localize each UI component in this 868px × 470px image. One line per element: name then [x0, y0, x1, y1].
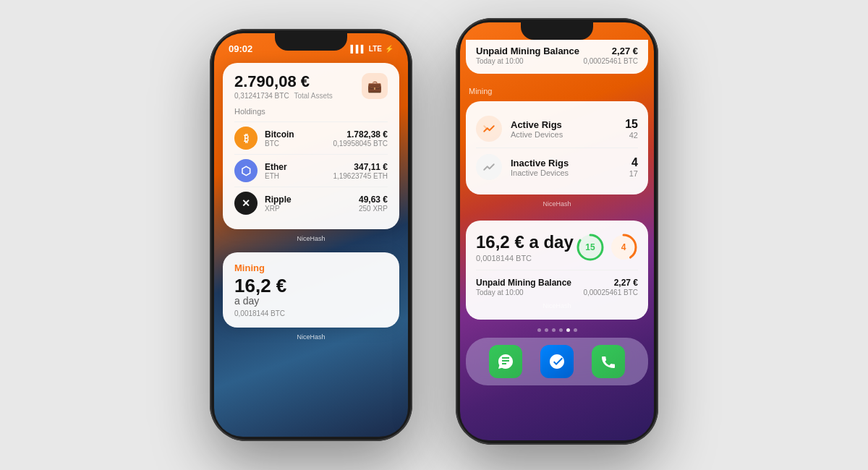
eth-eur: 347,11 €	[333, 162, 388, 172]
coin-row-xrp: ✕ Ripple XRP 49,63 € 250 XRP	[234, 187, 388, 219]
inactive-rigs-info: Inactive Rigs Inactive Devices	[511, 158, 629, 177]
left-status-icons: ▌▌▌ LTE ⚡	[351, 45, 393, 53]
active-rigs-row: Active Rigs Active Devices 15 42	[476, 110, 638, 148]
orange-circle-container: 4	[609, 233, 638, 262]
safari-app-icon[interactable]	[540, 345, 574, 378]
left-time: 09:02	[229, 43, 252, 54]
dock	[466, 338, 648, 385]
top-unpaid-left: Unpaid Mining Balance Today at 10:00	[476, 46, 579, 65]
dot-3	[552, 328, 556, 332]
active-counts: 15 42	[625, 118, 638, 140]
large-widget-brand: NiceHash	[476, 302, 638, 309]
inactive-rigs-count: 4	[629, 156, 638, 169]
large-unpaid-date: Today at 10:00	[476, 289, 571, 296]
left-screen: 09:02 ▌▌▌ LTE ⚡ 2.790,08 € 0,31241734 BT…	[214, 33, 408, 437]
left-iphone: 09:02 ▌▌▌ LTE ⚡ 2.790,08 € 0,31241734 BT…	[210, 29, 412, 441]
mining-small-widget: Mining 16,2 € a day 0,0018144 BTC NiceHa…	[223, 252, 399, 328]
signal-icon: ▌▌▌	[351, 45, 366, 53]
top-unpaid-eur: 2,27 €	[583, 46, 638, 56]
network-label: LTE	[369, 45, 382, 53]
inactive-devices-label: Inactive Devices	[511, 168, 629, 177]
dots-indicator	[460, 328, 654, 332]
dot-5	[566, 328, 570, 332]
btc-icon: ₿	[234, 127, 258, 150]
total-eur: 2.790,08 €	[234, 73, 333, 90]
mining-section-brand: NiceHash	[466, 200, 648, 208]
active-rigs-name: Active Rigs	[511, 119, 625, 130]
large-unpaid-btc: 0,00025461 BTC	[583, 289, 638, 296]
mining-brand: NiceHash	[297, 333, 325, 341]
large-unpaid-row: Unpaid Mining Balance Today at 10:00 2,2…	[476, 278, 638, 296]
left-wallpaper: 09:02 ▌▌▌ LTE ⚡ 2.790,08 € 0,31241734 BT…	[214, 33, 408, 437]
btc-amount: 0,19958045 BTC	[333, 140, 388, 148]
scene: 09:02 ▌▌▌ LTE ⚡ 2.790,08 € 0,31241734 BT…	[0, 0, 868, 470]
coin-row-eth: ⬡ Ether ETH 347,11 € 1,19623745 ETH	[234, 154, 388, 187]
mining-amount: 16,2 €	[234, 276, 388, 295]
right-wallpaper: Unpaid Mining Balance Today at 10:00 2,2…	[460, 22, 654, 440]
xrp-name: Ripple	[265, 195, 359, 205]
total-amount-group: 2.790,08 € 0,31241734 BTC Total Assets	[234, 73, 333, 100]
mining-large-left: 16,2 € a day 0,0018144 BTC	[476, 232, 574, 262]
eth-info: Ether ETH	[265, 162, 333, 180]
xrp-values: 49,63 € 250 XRP	[359, 195, 388, 213]
battery-icon: ⚡	[385, 45, 393, 53]
btc-values: 1.782,38 € 0,19958045 BTC	[333, 129, 388, 148]
xrp-icon: ✕	[234, 192, 258, 215]
eth-amount: 1,19623745 ETH	[333, 172, 388, 180]
active-rigs-count: 15	[625, 118, 638, 131]
mining-details-card: Active Rigs Active Devices 15 42	[466, 101, 648, 195]
top-unpaid-btc: 0,00025461 BTC	[583, 57, 638, 65]
left-notch	[275, 33, 347, 51]
mining-large-widget: 16,2 € a day 0,0018144 BTC 15	[466, 221, 648, 320]
partial-top-widget: Unpaid Mining Balance Today at 10:00 2,2…	[466, 40, 648, 74]
large-widget-unpaid: Unpaid Mining Balance Today at 10:00 2,2…	[476, 270, 638, 296]
btc-symbol: BTC	[265, 140, 333, 148]
green-circle-container: 15	[576, 233, 605, 262]
active-devices-label: Active Devices	[511, 130, 625, 139]
top-unpaid-row: Unpaid Mining Balance Today at 10:00 2,2…	[476, 46, 638, 65]
dot-4	[559, 328, 563, 332]
top-unpaid-date: Today at 10:00	[476, 57, 579, 65]
top-unpaid-label: Unpaid Mining Balance	[476, 46, 579, 56]
dot-2	[545, 328, 548, 332]
holdings-header: 2.790,08 € 0,31241734 BTC Total Assets 💼	[234, 73, 388, 100]
eth-icon: ⬡	[234, 159, 258, 182]
top-unpaid-right: 2,27 € 0,00025461 BTC	[583, 46, 638, 65]
xrp-info: Ripple XRP	[265, 195, 359, 213]
large-unpaid-left: Unpaid Mining Balance Today at 10:00	[476, 278, 571, 296]
inactive-devices-count: 17	[629, 169, 638, 178]
btc-eur: 1.782,38 €	[333, 129, 388, 140]
btc-info: Bitcoin BTC	[265, 129, 333, 148]
mining-label: Mining	[234, 262, 388, 273]
messages-app-icon[interactable]	[489, 345, 522, 378]
inactive-rigs-row: Inactive Rigs Inactive Devices 4 17	[476, 148, 638, 186]
active-devices-count: 42	[625, 131, 638, 140]
eth-symbol: ETH	[265, 172, 333, 180]
mining-section-label: Mining	[466, 87, 648, 95]
dot-1	[537, 328, 541, 332]
btc-name: Bitcoin	[265, 129, 333, 140]
phone-app-icon[interactable]	[592, 345, 625, 378]
right-iphone: Unpaid Mining Balance Today at 10:00 2,2…	[456, 18, 658, 445]
orange-circle-count: 4	[621, 242, 626, 252]
xrp-amount: 250 XRP	[359, 205, 388, 213]
green-circle-count: 15	[585, 242, 595, 252]
large-unpaid-right: 2,27 € 0,00025461 BTC	[583, 278, 638, 296]
inactive-rig-icon	[476, 154, 502, 180]
mining-per-day: a day	[234, 295, 388, 307]
xrp-eur: 49,63 €	[359, 195, 388, 205]
inactive-rigs-name: Inactive Rigs	[511, 158, 629, 168]
mining-large-amount: 16,2 € a day	[476, 232, 574, 252]
right-notch	[521, 22, 593, 40]
eth-name: Ether	[265, 162, 333, 172]
right-screen: Unpaid Mining Balance Today at 10:00 2,2…	[460, 22, 654, 440]
coin-row-btc: ₿ Bitcoin BTC 1.782,38 € 0,19958045 BTC	[234, 121, 388, 154]
mining-large-header: 16,2 € a day 0,0018144 BTC 15	[476, 232, 638, 262]
holdings-widget: 2.790,08 € 0,31241734 BTC Total Assets 💼…	[223, 63, 399, 229]
circles-group: 15 4	[576, 233, 638, 262]
wallet-icon: 💼	[362, 73, 388, 99]
holdings-brand: NiceHash	[297, 235, 325, 242]
total-btc-label: 0,31241734 BTC Total Assets	[234, 92, 333, 100]
large-unpaid-label: Unpaid Mining Balance	[476, 278, 571, 288]
dot-6	[574, 328, 577, 332]
